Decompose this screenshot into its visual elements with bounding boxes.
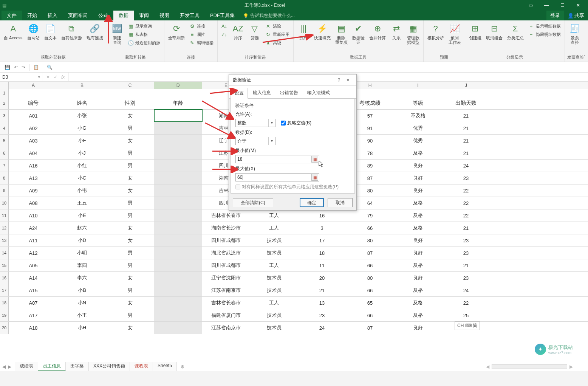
cell[interactable]	[154, 209, 202, 222]
cell[interactable]: A08	[9, 197, 58, 209]
cell[interactable]: 优秀	[394, 122, 442, 134]
cell[interactable]: 男	[106, 309, 154, 321]
subtotal-button[interactable]: Σ分类汇总	[506, 22, 525, 41]
cell[interactable]: 优秀	[394, 135, 442, 147]
cell[interactable]: A10	[9, 209, 58, 222]
cell[interactable]: 良好	[394, 172, 442, 184]
cell[interactable]: 23	[442, 247, 490, 259]
row-header[interactable]: 3	[0, 110, 9, 122]
cell[interactable]	[154, 259, 202, 271]
cell[interactable]: A01	[9, 110, 58, 122]
ignore-blank-checkbox[interactable]	[281, 121, 286, 126]
cell[interactable]: 66	[346, 259, 394, 271]
cell[interactable]	[154, 89, 202, 97]
cell[interactable]: 小F	[58, 135, 106, 147]
cell[interactable]: 23	[442, 272, 490, 284]
cell[interactable]: A04	[9, 147, 58, 159]
chevron-down-icon[interactable]: ▼	[268, 137, 275, 145]
cell[interactable]: 女	[106, 322, 154, 334]
cell[interactable]	[58, 89, 106, 97]
new-query-button[interactable]: 🆕新建 查询	[110, 22, 125, 45]
from-text-button[interactable]: 📄自文本	[43, 22, 58, 41]
sort-button[interactable]: AZ排序	[231, 22, 246, 41]
qat-save-icon[interactable]: 💾	[5, 65, 10, 70]
add-sheet-button[interactable]: ⊕	[177, 363, 188, 370]
data-combo[interactable]: 介于 ▼	[235, 137, 275, 145]
col-header-C[interactable]: C	[106, 82, 154, 89]
flash-fill-button[interactable]: ⚡快速填充	[313, 22, 332, 41]
ok-button[interactable]: 确定	[300, 198, 324, 207]
clear-all-button[interactable]: 全部清除(C)	[233, 198, 273, 207]
share-button[interactable]: 👤 共享	[564, 11, 588, 20]
cell[interactable]: 80	[346, 272, 394, 284]
cell[interactable]: 女	[106, 297, 154, 309]
cell[interactable]: A15	[9, 284, 58, 296]
sheet-tab[interactable]: 成绩表	[15, 362, 38, 371]
cell[interactable]	[154, 309, 202, 321]
cell[interactable]: 男	[106, 147, 154, 159]
sheet-tab[interactable]: XXX公司销售额	[89, 362, 130, 371]
cell[interactable]: 女	[106, 172, 154, 184]
cell[interactable]: 赵六	[58, 222, 106, 234]
cell[interactable]: 女	[106, 222, 154, 234]
filter-button[interactable]: ▽筛选	[247, 22, 262, 41]
cell[interactable]	[154, 247, 202, 259]
tab-formulas[interactable]: 公式	[93, 11, 113, 20]
manage-data-model-button[interactable]: ▦管理数 据模型	[405, 22, 421, 45]
cell[interactable]	[154, 297, 202, 309]
cell[interactable]: 及格	[394, 147, 442, 159]
remove-duplicates-button[interactable]: ▤删除 重复项	[334, 22, 349, 45]
cell[interactable]: 及格	[394, 297, 442, 309]
cell[interactable]: 21	[442, 135, 490, 147]
cell[interactable]: 编号	[9, 97, 58, 109]
clear-filter-button[interactable]: ✕清除	[264, 22, 291, 30]
cell[interactable]: 良好	[394, 160, 442, 172]
cell[interactable]: 男	[106, 284, 154, 296]
cell[interactable]: 女	[106, 110, 154, 122]
consolidate-button[interactable]: ⊕合并计算	[368, 22, 387, 41]
cell[interactable]: 小D	[58, 234, 106, 246]
sort-desc-button[interactable]: Z↓	[220, 30, 229, 39]
cell[interactable]: 技术员	[250, 234, 298, 246]
cell[interactable]: 技术员	[250, 272, 298, 284]
row-header[interactable]: 4	[0, 122, 9, 134]
dialog-tab-settings[interactable]: 设置	[231, 88, 248, 99]
cell[interactable]: 21	[442, 122, 490, 134]
cell[interactable]: 及格	[394, 197, 442, 209]
dialog-tab-error-alert[interactable]: 出错警告	[276, 87, 302, 98]
row-header[interactable]: 11	[0, 209, 9, 222]
fx-icon[interactable]: fx	[61, 74, 65, 80]
min-value-input[interactable]: 18 ▦	[235, 155, 319, 163]
recent-sources-button[interactable]: 🕓最近使用的源	[126, 39, 162, 47]
tell-me-search[interactable]: 💡 告诉我您想要做什么...	[240, 11, 546, 20]
cell[interactable]: 男	[106, 197, 154, 209]
hscroll-right-icon[interactable]: ▶	[569, 364, 573, 369]
cell[interactable]: 良好	[394, 184, 442, 197]
cell[interactable]	[9, 89, 58, 97]
from-other-button[interactable]: ⧉自其他来源	[60, 22, 84, 41]
col-header-D[interactable]: D	[154, 82, 202, 89]
cell[interactable]	[154, 122, 202, 134]
cell[interactable]	[154, 135, 202, 147]
advanced-filter-button[interactable]: ⧗高级	[264, 39, 291, 47]
range-picker-icon[interactable]: ▦	[311, 174, 318, 181]
row-header[interactable]: 14	[0, 247, 9, 259]
cell[interactable]: 技术员	[250, 247, 298, 259]
range-picker-icon[interactable]: ▦	[311, 156, 318, 163]
cell[interactable]: 66	[346, 284, 394, 296]
cell[interactable]: 王五	[58, 197, 106, 209]
tab-pagelayout[interactable]: 页面布局	[63, 11, 93, 20]
enter-formula-icon[interactable]: ✓	[54, 74, 57, 80]
cancel-button[interactable]: 取消	[328, 198, 353, 207]
row-header[interactable]: 12	[0, 222, 9, 234]
from-access-button[interactable]: A自 Access	[2, 22, 24, 41]
col-header-B[interactable]: B	[58, 82, 106, 89]
name-box[interactable]: D3 ▼	[0, 73, 42, 81]
cell[interactable]: 良好	[394, 234, 442, 246]
existing-conn-button[interactable]: 🔗现有连接	[85, 22, 105, 41]
cell[interactable]: A12	[9, 247, 58, 259]
cell[interactable]	[394, 89, 442, 97]
cell[interactable]	[154, 284, 202, 296]
maximize-button[interactable]: ☐	[555, 1, 570, 9]
cell[interactable]	[154, 110, 202, 122]
